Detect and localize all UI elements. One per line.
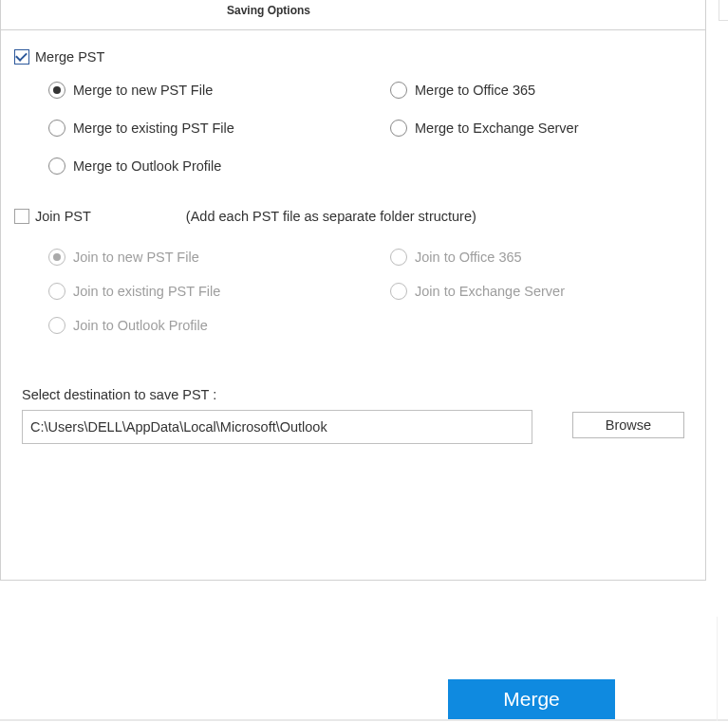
- radio-icon: [390, 120, 407, 137]
- radio-label: Merge to Outlook Profile: [73, 158, 221, 174]
- radio-icon: [48, 249, 65, 266]
- saving-options-panel: Saving Options Merge PST Merge to new PS…: [0, 0, 706, 581]
- radio-join-exchange: Join to Exchange Server: [390, 283, 692, 300]
- radio-icon: [48, 120, 65, 137]
- radio-icon: [48, 82, 65, 99]
- radio-label: Merge to new PST File: [73, 83, 213, 98]
- panel-header: Saving Options: [1, 0, 705, 30]
- panel-content: Merge PST Merge to new PST File Merge to…: [1, 30, 705, 444]
- merge-pst-checkbox[interactable]: [14, 49, 29, 65]
- merge-pst-label[interactable]: Merge PST: [35, 49, 104, 65]
- radio-label: Join to Office 365: [415, 250, 522, 265]
- radio-label: Join to Exchange Server: [415, 284, 565, 299]
- radio-label: Join to existing PST File: [73, 284, 220, 299]
- merge-radio-group: Merge to new PST File Merge to Office 36…: [14, 70, 692, 192]
- browse-button[interactable]: Browse: [572, 412, 684, 438]
- radio-merge-exchange[interactable]: Merge to Exchange Server: [390, 120, 692, 137]
- radio-icon: [390, 82, 407, 99]
- radio-icon: [390, 249, 407, 266]
- radio-merge-existing-pst[interactable]: Merge to existing PST File: [48, 120, 390, 137]
- side-stub: [717, 617, 728, 721]
- radio-join-office365: Join to Office 365: [390, 249, 692, 266]
- radio-icon: [48, 317, 65, 334]
- radio-icon: [390, 283, 407, 300]
- radio-label: Merge to existing PST File: [73, 120, 234, 136]
- radio-label: Merge to Office 365: [415, 83, 535, 98]
- radio-join-existing-pst: Join to existing PST File: [48, 283, 390, 300]
- join-radio-group: Join to new PST File Join to Office 365 …: [14, 230, 692, 351]
- join-pst-row: Join PST (Add each PST file as separate …: [14, 209, 692, 224]
- radio-icon: [48, 157, 65, 175]
- radio-join-new-pst: Join to new PST File: [48, 249, 390, 266]
- merge-pst-row: Merge PST: [14, 49, 692, 65]
- radio-join-outlook-profile: Join to Outlook Profile: [48, 317, 390, 334]
- merge-button[interactable]: Merge: [448, 679, 615, 719]
- radio-merge-office365[interactable]: Merge to Office 365: [390, 82, 692, 99]
- divider: [0, 719, 728, 721]
- destination-label: Select destination to save PST :: [22, 387, 684, 402]
- panel-title: Saving Options: [227, 4, 310, 17]
- radio-label: Merge to Exchange Server: [415, 120, 578, 136]
- destination-input[interactable]: [22, 410, 532, 444]
- destination-section: Select destination to save PST : Browse: [14, 351, 692, 444]
- join-pst-label[interactable]: Join PST: [35, 209, 91, 224]
- side-stub: [719, 0, 728, 21]
- join-pst-hint: (Add each PST file as separate folder st…: [186, 209, 476, 224]
- destination-row: Browse: [22, 410, 684, 444]
- radio-merge-new-pst[interactable]: Merge to new PST File: [48, 82, 390, 99]
- radio-label: Join to Outlook Profile: [73, 318, 208, 333]
- radio-label: Join to new PST File: [73, 250, 199, 265]
- radio-merge-outlook-profile[interactable]: Merge to Outlook Profile: [48, 157, 390, 175]
- radio-icon: [48, 283, 65, 300]
- join-pst-checkbox[interactable]: [14, 209, 29, 224]
